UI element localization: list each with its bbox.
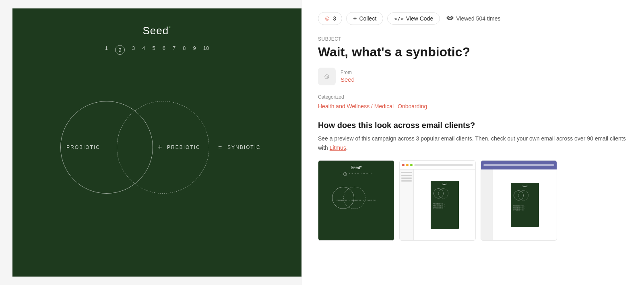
sender-info: From Seed <box>341 70 355 83</box>
step-2-active: 2 <box>115 45 125 55</box>
outlook-inner-labels: PROBIOTIC + PREBIOTIC = SYNBIOTIC <box>513 205 537 211</box>
seed-logo: Seed* <box>142 25 171 37</box>
viewed-label: Viewed 504 times <box>456 15 500 22</box>
prebiotic-label: PREBIOTIC <box>167 145 200 150</box>
gmail-main: Seed* PROBIOTIC + PREBIOTIC = SYNBIOTIC <box>414 169 475 240</box>
sender-name-link[interactable]: Seed <box>341 76 355 83</box>
venn-diagram: PROBIOTIC + PREBIOTIC = SYNBIOTIC <box>44 87 270 208</box>
step-navigation: 1 2 3 4 5 6 7 8 9 10 <box>105 45 209 55</box>
gmail-email-inner: Seed* PROBIOTIC + PREBIOTIC = SYNBIOTIC <box>431 181 459 229</box>
gmail-content: Seed* PROBIOTIC + PREBIOTIC = SYNBIOTIC <box>400 169 475 240</box>
whats-inside-section: What's Inside? PROBIOTICS <box>400 240 475 241</box>
gmail-dot-green <box>410 164 413 166</box>
outlook-inner-circle-right <box>518 190 528 200</box>
seed-thumbnail[interactable]: Seed* 1 2 3 4 5 6 7 8 9 10 PROBIOTIC + P… <box>318 160 394 241</box>
code-icon: </> <box>394 16 403 22</box>
plus-collect-icon: + <box>353 15 357 22</box>
reaction-emoji-icon: ☺ <box>324 15 330 22</box>
email-preview-panel: Seed* 1 2 3 4 5 6 7 8 9 10 PROBIOTIC + P… <box>12 8 302 277</box>
email-clients-desc-text: See a preview of this campaign across 3 … <box>318 135 626 151</box>
gmail-inner-labels: PROBIOTIC + PREBIOTIC = SYNBIOTIC <box>433 203 456 209</box>
step-6: 6 <box>163 45 165 55</box>
gmail-header <box>400 161 475 169</box>
collect-label: Collect <box>359 15 376 22</box>
probiotic-label: PROBIOTIC <box>66 145 100 150</box>
gmail-dot-red <box>402 164 405 166</box>
email-clients-section-title: How does this look across email clients? <box>318 121 628 130</box>
email-preview-bg: Seed* 1 2 3 4 5 6 7 8 9 10 PROBIOTIC + P… <box>12 8 301 277</box>
outlook-email-inner: Seed* PROBIOTIC + PREBIOTIC = SYNBIOTIC <box>511 183 539 227</box>
categories-list: Health and Wellness / Medical Onboarding <box>318 103 628 109</box>
thumb-venn: PROBIOTIC + PREBIOTIC = SYNBIOTIC <box>328 182 384 214</box>
gmail-inner-circle-right <box>438 188 448 198</box>
outlook-header <box>481 161 557 169</box>
eye-icon <box>446 15 454 22</box>
step-3: 3 <box>132 45 135 55</box>
period: . <box>346 145 348 151</box>
sender-avatar-icon: ☺ <box>323 72 330 81</box>
reactions-button[interactable]: ☺ 3 <box>318 12 342 25</box>
from-section: ☺ From Seed <box>318 68 628 85</box>
outlook-inner-circles <box>513 189 537 203</box>
sender-avatar: ☺ <box>318 68 336 85</box>
categorized-label: Categorized <box>318 94 628 100</box>
outlook-main: Seed* PROBIOTIC + PREBIOTIC = SYNBIOTIC <box>493 169 557 240</box>
gmail-dot-yellow <box>406 164 409 166</box>
outlook-inner-logo: Seed* <box>522 185 528 188</box>
from-label: From <box>341 70 355 75</box>
thumb-seed-nav: 1 2 3 4 5 6 7 8 9 10 <box>341 172 372 176</box>
step-10: 10 <box>203 45 209 55</box>
thumb-circle-right <box>343 187 365 209</box>
reactions-count: 3 <box>333 15 336 22</box>
gmail-sidebar <box>400 169 414 240</box>
collect-button[interactable]: + Collect <box>346 12 383 25</box>
action-bar: ☺ 3 + Collect </> View Code Viewed 504 t… <box>318 12 628 25</box>
gmail-address-bar <box>414 164 473 166</box>
outlook-address-bar <box>483 164 554 166</box>
step-7: 7 <box>173 45 175 55</box>
plus-label: + <box>158 143 162 152</box>
gmail-inner-logo: Seed* <box>442 183 448 186</box>
view-code-button[interactable]: </> View Code <box>387 12 440 25</box>
step-1: 1 <box>105 45 108 55</box>
step-8: 8 <box>183 45 186 55</box>
subject-label: Subject <box>318 36 628 42</box>
gmail-thumbnail[interactable]: Seed* PROBIOTIC + PREBIOTIC = SYNBIOTIC … <box>399 160 476 241</box>
outlook-thumbnail[interactable]: Seed* PROBIOTIC + PREBIOTIC = SYNBIOTIC <box>481 160 557 241</box>
outlook-sidebar <box>481 169 493 240</box>
step-9: 9 <box>193 45 196 55</box>
thumb-seed-logo: Seed* <box>351 165 361 170</box>
viewed-count: Viewed 504 times <box>446 15 500 22</box>
synbiotic-label: SYNBIOTIC <box>227 145 261 150</box>
email-clients-desc: See a preview of this campaign across 3 … <box>318 134 628 152</box>
subject-title: Wait, what's a synbiotic? <box>318 44 628 60</box>
outlook-content: Seed* PROBIOTIC + PREBIOTIC = SYNBIOTIC <box>481 169 557 240</box>
litmus-link[interactable]: Litmus <box>330 145 346 151</box>
client-thumbnails: Seed* 1 2 3 4 5 6 7 8 9 10 PROBIOTIC + P… <box>318 160 628 241</box>
view-code-label: View Code <box>406 15 433 22</box>
detail-panel: ☺ 3 + Collect </> View Code Viewed 504 t… <box>302 0 644 285</box>
gmail-inner-circles <box>433 187 457 201</box>
equals-label: = <box>218 144 222 151</box>
category-health[interactable]: Health and Wellness / Medical <box>318 103 394 109</box>
seed-logo-star: * <box>169 25 171 31</box>
step-4: 4 <box>142 45 145 55</box>
step-5: 5 <box>153 45 155 55</box>
category-onboarding[interactable]: Onboarding <box>398 103 427 109</box>
thumb-venn-labels: PROBIOTIC + PREBIOTIC = SYNBIOTIC <box>336 199 376 201</box>
